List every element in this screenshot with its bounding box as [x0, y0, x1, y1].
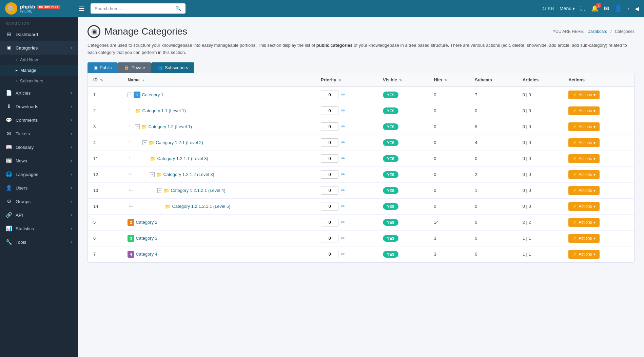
priority-edit-button[interactable]: ✏: [340, 107, 347, 114]
sidebar-subitem-add-new[interactable]: ○ Add New: [0, 55, 78, 65]
visible-badge[interactable]: YES: [383, 155, 398, 162]
category-name-link[interactable]: Category 1.1 (Level 1): [142, 108, 186, 113]
priority-edit-button[interactable]: ✏: [340, 155, 347, 162]
category-name-link[interactable]: Category 1.2.1.1 (Level 3): [157, 156, 208, 161]
priority-input[interactable]: [321, 234, 338, 242]
sidebar-item-categories[interactable]: ▣ Categories ▾: [0, 41, 78, 55]
collapse-sidebar-icon[interactable]: ◀: [635, 5, 639, 12]
sort-icon[interactable]: ⇅: [338, 78, 341, 82]
visible-badge[interactable]: YES: [383, 92, 398, 98]
articles-link[interactable]: 1: [523, 252, 525, 257]
tab-private[interactable]: 🔒 Private: [118, 62, 151, 73]
articles-link[interactable]: 1: [523, 236, 525, 241]
category-name-link[interactable]: Category 1.2.1.2.1.1 (Level 5): [172, 204, 230, 209]
category-name-link[interactable]: Category 1.2.1 (Level 2): [156, 140, 203, 145]
visible-badge[interactable]: YES: [383, 171, 398, 178]
sidebar-item-languages[interactable]: 🌐 Languages ▾: [0, 167, 78, 181]
articles-link[interactable]: 1: [529, 236, 531, 241]
category-name-link[interactable]: Category 1.2.1.2 (Level 3): [163, 172, 214, 177]
actions-button[interactable]: ⚡ Actions ▾: [568, 122, 599, 131]
search-input[interactable]: [91, 4, 172, 14]
priority-edit-button[interactable]: ✏: [340, 187, 347, 194]
sidebar-item-glossary[interactable]: 📖 Glossary ▾: [0, 140, 78, 154]
articles-link[interactable]: 2: [523, 220, 525, 225]
visible-badge[interactable]: YES: [383, 219, 398, 226]
collapse-toggle[interactable]: −: [150, 172, 155, 177]
priority-edit-button[interactable]: ✏: [340, 219, 347, 225]
category-name-link[interactable]: Category 3: [136, 236, 157, 241]
user-dropdown-arrow[interactable]: ▾: [627, 6, 629, 11]
avatar-icon[interactable]: 👤: [614, 5, 622, 12]
sidebar-item-users[interactable]: 👤 Users ▾: [0, 181, 78, 195]
priority-edit-button[interactable]: ✏: [340, 251, 347, 257]
sort-icon[interactable]: ▲: [142, 78, 145, 82]
sidebar-item-downloads[interactable]: ⬇ Downloads ▾: [0, 100, 78, 113]
sort-icon[interactable]: ⇅: [444, 78, 447, 82]
actions-button[interactable]: ⚡ Actions ▾: [568, 250, 599, 259]
notifications-icon[interactable]: 🔔 3: [591, 5, 599, 12]
actions-button[interactable]: ⚡ Actions ▾: [568, 138, 599, 147]
sort-icon[interactable]: ⇅: [100, 78, 103, 82]
actions-button[interactable]: ⚡ Actions ▾: [568, 186, 599, 195]
sidebar-item-tools[interactable]: 🔧 Tools ▾: [0, 235, 78, 249]
sidebar-item-tickets[interactable]: ✉ Tickets ▾: [0, 127, 78, 140]
sidebar-subitem-subscribers[interactable]: ○ Subscribers: [0, 76, 78, 86]
visible-badge[interactable]: YES: [383, 139, 398, 146]
priority-edit-button[interactable]: ✏: [340, 123, 347, 130]
category-name-link[interactable]: Category 1.2.1.2.1 (Level 4): [171, 188, 225, 193]
priority-input[interactable]: [321, 170, 338, 179]
articles-link[interactable]: 2: [529, 220, 531, 225]
priority-edit-button[interactable]: ✏: [340, 235, 347, 241]
category-name-link[interactable]: Category 4: [136, 252, 157, 257]
priority-input[interactable]: [321, 122, 338, 131]
search-button[interactable]: 🔍: [172, 3, 184, 14]
sidebar-item-groups[interactable]: ⚙ Groups ▾: [0, 195, 78, 208]
articles-link[interactable]: 1: [529, 252, 531, 257]
messages-icon[interactable]: ✉: [604, 5, 609, 12]
priority-input[interactable]: [321, 91, 338, 99]
collapse-toggle[interactable]: −: [142, 140, 147, 145]
priority-input[interactable]: [321, 202, 338, 211]
priority-input[interactable]: [321, 250, 338, 258]
collapse-toggle[interactable]: −: [128, 93, 132, 97]
visible-badge[interactable]: YES: [383, 203, 398, 210]
collapse-toggle[interactable]: −: [135, 124, 140, 129]
priority-edit-button[interactable]: ✏: [340, 171, 347, 178]
priority-input[interactable]: [321, 106, 338, 115]
sort-icon[interactable]: ⇅: [399, 78, 402, 82]
sidebar-item-dashboard[interactable]: ⊞ Dashboard: [0, 27, 78, 41]
sidebar-item-api[interactable]: 🔗 API ▾: [0, 208, 78, 222]
category-name-link[interactable]: Category 1: [142, 92, 163, 97]
fullscreen-icon[interactable]: ⛶: [580, 5, 586, 12]
collapse-toggle[interactable]: −: [157, 188, 162, 193]
actions-button[interactable]: ⚡ Actions ▾: [568, 106, 599, 115]
category-name-link[interactable]: Category 2: [136, 220, 157, 225]
actions-button[interactable]: ⚡ Actions ▾: [568, 154, 599, 163]
tab-public[interactable]: ▣ Public: [87, 62, 118, 73]
priority-edit-button[interactable]: ✏: [340, 139, 347, 146]
priority-input[interactable]: [321, 218, 338, 226]
visible-badge[interactable]: YES: [383, 107, 398, 114]
actions-button[interactable]: ⚡ Actions ▾: [568, 202, 599, 211]
hamburger-button[interactable]: ☰: [77, 3, 86, 14]
visible-badge[interactable]: YES: [383, 251, 398, 258]
sidebar-item-comments[interactable]: 💬 Comments ▾: [0, 113, 78, 127]
menu-button[interactable]: Menu ▾: [560, 6, 575, 11]
kb-button[interactable]: ↻ KB: [542, 5, 554, 12]
sidebar-subitem-manage[interactable]: ▶ Manage: [0, 65, 78, 76]
category-name-link[interactable]: Category 1.2 (Level 1): [148, 124, 192, 129]
tab-subscribers[interactable]: 👥 Subscribers: [151, 62, 194, 73]
actions-button[interactable]: ⚡ Actions ▾: [568, 91, 599, 99]
actions-button[interactable]: ⚡ Actions ▾: [568, 234, 599, 243]
priority-input[interactable]: [321, 154, 338, 163]
priority-edit-button[interactable]: ✏: [340, 203, 347, 210]
sidebar-item-news[interactable]: 📰 News ▾: [0, 154, 78, 167]
priority-input[interactable]: [321, 138, 338, 147]
actions-button[interactable]: ⚡ Actions ▾: [568, 218, 599, 227]
sidebar-item-statistics[interactable]: 📊 Statistics ▾: [0, 222, 78, 235]
visible-badge[interactable]: YES: [383, 235, 398, 242]
breadcrumb-dashboard-link[interactable]: Dashboard: [587, 29, 607, 34]
priority-edit-button[interactable]: ✏: [340, 91, 347, 98]
visible-badge[interactable]: YES: [383, 123, 398, 130]
sidebar-item-articles[interactable]: 📄 Articles ▾: [0, 86, 78, 100]
